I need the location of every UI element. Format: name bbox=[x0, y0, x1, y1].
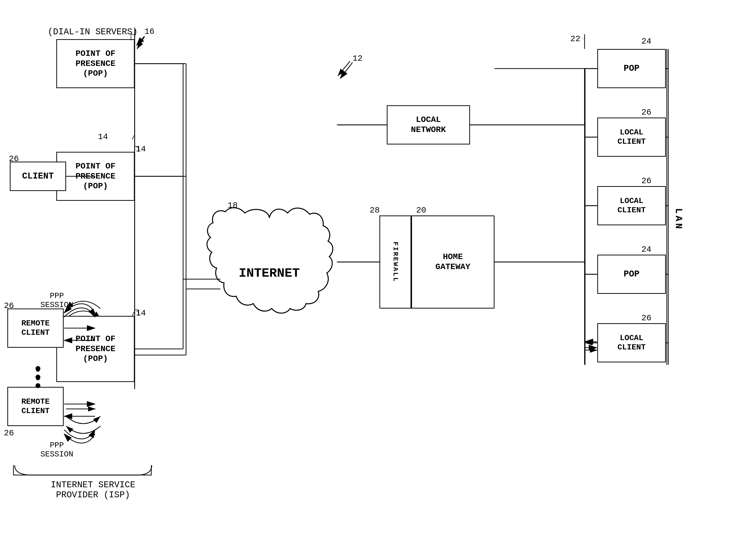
local-network-box: LOCALNETWORK bbox=[387, 105, 470, 144]
svg-line-43 bbox=[137, 36, 144, 45]
pop-right1-box: POP bbox=[597, 49, 666, 88]
num-26-r3: 26 bbox=[641, 313, 651, 323]
num-26-client: 26 bbox=[9, 154, 19, 164]
num-16: 16 bbox=[144, 27, 155, 36]
lan-label: LAN bbox=[673, 208, 684, 231]
svg-point-58 bbox=[36, 375, 40, 380]
local-client3-box: LOCALCLIENT bbox=[597, 323, 666, 362]
num-24-a: 24 bbox=[641, 37, 651, 46]
ppp-session-top: PPPSESSION bbox=[40, 291, 73, 310]
svg-line-4 bbox=[137, 37, 144, 49]
client-box: CLIENT bbox=[10, 162, 66, 191]
home-gateway-box: HOMEGATEWAY bbox=[411, 215, 494, 309]
pop2-box: POINT OFPRESENCE(POP) bbox=[56, 152, 135, 201]
local-client1-box: LOCALCLIENT bbox=[597, 118, 666, 157]
num-26-r1: 26 bbox=[641, 108, 651, 117]
svg-point-17 bbox=[36, 376, 40, 380]
svg-line-5 bbox=[338, 61, 350, 76]
num-28: 28 bbox=[369, 206, 380, 215]
diagram: INTERNET POINT OFPRESENCE(POP) POINT OFP… bbox=[0, 0, 729, 560]
svg-line-38 bbox=[132, 135, 135, 140]
pop3-box: POINT OFPRESENCE(POP) bbox=[56, 316, 135, 382]
svg-line-39 bbox=[132, 311, 135, 316]
svg-point-57 bbox=[36, 366, 40, 371]
num-22: 22 bbox=[570, 34, 580, 44]
local-client2-box: LOCALCLIENT bbox=[597, 186, 666, 225]
num-14-a: 14 bbox=[98, 132, 108, 142]
svg-text:INTERNET: INTERNET bbox=[239, 266, 300, 281]
firewall-box: FIREWALL bbox=[379, 215, 411, 309]
internet-cloud: INTERNET bbox=[203, 203, 336, 355]
ppp-session-bot: PPPSESSION bbox=[40, 441, 73, 459]
svg-line-44 bbox=[340, 62, 353, 78]
num-20: 20 bbox=[416, 206, 426, 215]
pop1-box: POINT OFPRESENCE(POP) bbox=[56, 39, 135, 88]
remote-client2-box: REMOTECLIENT bbox=[7, 387, 64, 426]
dial-in-label: (DIAL-IN SERVERS) bbox=[48, 27, 138, 37]
num-14-b: 14 bbox=[136, 144, 146, 154]
remote-client1-box: REMOTECLIENT bbox=[7, 309, 64, 348]
num-26-remote2: 26 bbox=[4, 429, 14, 438]
num-24-b: 24 bbox=[641, 245, 651, 254]
num-26-r2: 26 bbox=[641, 176, 651, 186]
pop-right2-box: POP bbox=[597, 255, 666, 294]
num-18: 18 bbox=[228, 201, 238, 210]
num-26-remote1: 26 bbox=[4, 301, 14, 310]
num-14-c: 14 bbox=[136, 309, 146, 318]
num-12: 12 bbox=[353, 54, 363, 63]
svg-point-16 bbox=[36, 368, 40, 372]
isp-label: INTERNET SERVICEPROVIDER (ISP) bbox=[27, 480, 159, 500]
